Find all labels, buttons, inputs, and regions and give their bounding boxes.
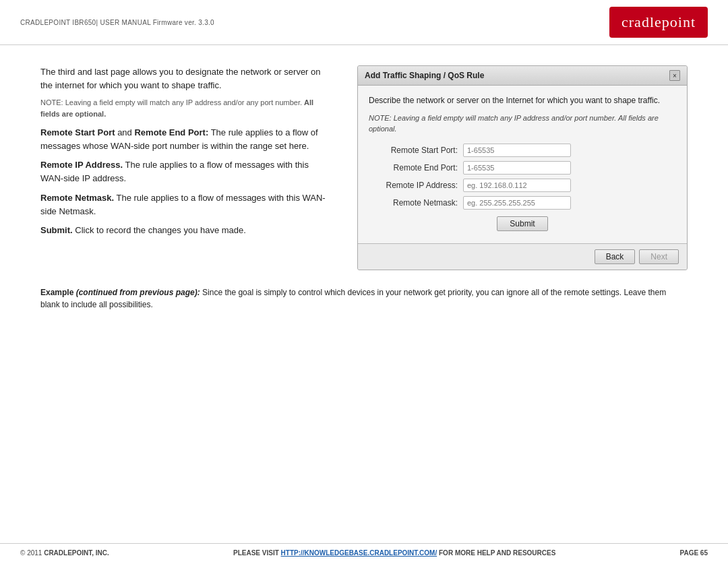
back-button[interactable]: Back — [595, 249, 636, 264]
logo-box: cradlepoint — [609, 7, 708, 38]
section-bold-1: Remote Start Port — [40, 127, 115, 137]
form-row-remote-ip: Remote IP Address: — [369, 179, 676, 192]
input-remote-ip[interactable] — [463, 179, 571, 192]
input-remote-end-port[interactable] — [463, 161, 571, 175]
note-paragraph: NOTE: Leaving a field empty will match a… — [40, 97, 330, 119]
page-header: CRADLEPOINT IBR650| USER MANUAL Firmware… — [0, 0, 728, 45]
section-remote-netmask: Remote Netmask. The rule applies to a fl… — [40, 191, 330, 218]
footer-center-text: PLEASE VISIT HTTP://KNOWLEDGEBASE.CRADLE… — [233, 549, 555, 557]
footer-right: PAGE 65 — [679, 549, 708, 557]
section-bold-3: Remote IP Address. — [40, 160, 123, 170]
label-remote-start-port: Remote Start Port: — [369, 146, 463, 155]
dialog-body: Describe the network or server on the In… — [358, 86, 687, 243]
example-italic: (continued from previous page): — [76, 288, 200, 297]
input-remote-start-port[interactable] — [463, 144, 571, 157]
header-title: CRADLEPOINT IBR650| USER MANUAL Firmware… — [20, 19, 214, 26]
label-remote-ip: Remote IP Address: — [369, 181, 463, 190]
logo-text: cradlepoint — [621, 13, 696, 30]
dialog-title: Add Traffic Shaping / QoS Rule — [365, 71, 484, 80]
section-bold-4: Remote Netmask. — [40, 193, 114, 203]
dialog-footer: Back Next — [358, 243, 687, 270]
section-remote-ip: Remote IP Address. The rule applies to a… — [40, 158, 330, 185]
dialog-close-button[interactable]: × — [669, 70, 680, 81]
form-row-remote-end-port: Remote End Port: — [369, 161, 676, 175]
page-footer: © 2011 CRADLEPOINT, INC. PLEASE VISIT HT… — [0, 543, 728, 562]
footer-page: PAGE 65 — [679, 549, 708, 557]
section-remote-ports: Remote Start Port and Remote End Port: T… — [40, 126, 330, 153]
dialog-description: Describe the network or server on the In… — [369, 95, 676, 106]
dialog-box: Add Traffic Shaping / QoS Rule × Describ… — [357, 65, 688, 270]
dialog-titlebar: Add Traffic Shaping / QoS Rule × — [358, 66, 687, 86]
footer-center: PLEASE VISIT HTTP://KNOWLEDGEBASE.CRADLE… — [233, 549, 555, 557]
main-content: The third and last page allows you to de… — [0, 45, 728, 284]
next-button[interactable]: Next — [639, 249, 679, 264]
footer-left: © 2011 CRADLEPOINT, INC. — [20, 549, 109, 557]
label-remote-netmask: Remote Netmask: — [369, 198, 463, 208]
intro-paragraph: The third and last page allows you to de… — [40, 65, 330, 92]
submit-button[interactable]: Submit — [497, 216, 547, 231]
dialog-note-text: NOTE: Leaving a field empty will match a… — [369, 114, 659, 132]
footer-link[interactable]: HTTP://KNOWLEDGEBASE.CRADLEPOINT.COM/ — [281, 549, 437, 557]
left-column: The third and last page allows you to de… — [40, 65, 330, 270]
footer-company: CRADLEPOINT, INC. — [44, 549, 109, 557]
form-row-remote-netmask: Remote Netmask: — [369, 196, 676, 210]
input-remote-netmask[interactable] — [463, 196, 571, 210]
example-paragraph: Example (continued from previous page): … — [40, 286, 688, 311]
note-text: NOTE: Leaving a field empty will match a… — [40, 98, 302, 106]
right-column: Add Traffic Shaping / QoS Rule × Describ… — [357, 65, 688, 270]
label-remote-end-port: Remote End Port: — [369, 163, 463, 173]
section-submit: Submit. Click to record the changes you … — [40, 224, 330, 237]
dialog-note: NOTE: Leaving a field empty will match a… — [369, 113, 676, 134]
section-bold-2: Remote End Port: — [134, 127, 208, 137]
example-section: Example (continued from previous page): … — [0, 286, 728, 311]
form-row-remote-start-port: Remote Start Port: — [369, 144, 676, 157]
submit-row: Submit — [369, 216, 676, 231]
example-bold: Example (continued from previous page): — [40, 288, 200, 297]
section-bold-5: Submit. — [40, 225, 73, 235]
